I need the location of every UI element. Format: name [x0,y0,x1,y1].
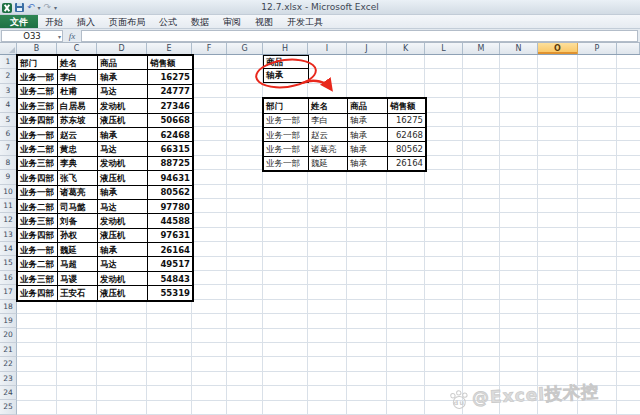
row-header-21[interactable]: 21 [0,343,17,357]
data-cell[interactable]: 50668 [148,113,193,127]
data-cell[interactable]: 黄忠 [58,142,98,156]
data-cell[interactable]: 62468 [148,127,193,141]
row-header-10[interactable]: 10 [0,185,17,199]
formula-input[interactable] [81,30,638,42]
row-header-23[interactable]: 23 [0,372,17,386]
data-cell[interactable]: 业务一部 [264,127,309,141]
row-header-7[interactable]: 7 [0,141,17,155]
data-cell[interactable]: 轴承 [348,127,388,141]
data-cell[interactable]: 业务四部 [18,171,58,185]
data-cell[interactable]: 业务二部 [18,142,58,156]
data-cell[interactable]: 马超 [58,257,98,271]
insert-function-icon[interactable]: fx [63,31,81,41]
header-cell[interactable]: 部门 [18,56,58,70]
row-header-4[interactable]: 4 [0,98,17,112]
column-header-O[interactable]: O [538,43,578,54]
data-cell[interactable]: 发动机 [98,99,148,113]
column-header-K[interactable]: K [387,43,425,54]
select-all-corner[interactable] [0,43,17,54]
row-header-22[interactable]: 22 [0,357,17,371]
data-cell[interactable]: 李白 [309,113,348,127]
name-box[interactable]: O33 ▾ [1,30,63,42]
column-header-partial[interactable] [617,43,640,54]
data-cell[interactable]: 轴承 [98,243,148,257]
data-cell[interactable]: 孙权 [58,228,98,242]
data-cell[interactable]: 轴承 [348,142,388,156]
header-cell[interactable]: 销售额 [388,99,426,113]
data-cell[interactable]: 业务一部 [18,70,58,84]
data-cell[interactable]: 54843 [148,271,193,285]
data-cell[interactable]: 97631 [148,228,193,242]
row-header-1[interactable]: 1 [0,55,17,69]
data-cell[interactable]: 张飞 [58,171,98,185]
row-header-20[interactable]: 20 [0,328,17,342]
data-cell[interactable]: 诸葛亮 [58,185,98,199]
source-data-table[interactable]: 部门姓名商品销售额业务一部李白轴承16275业务二部杜甫马达24777业务三部白… [17,55,193,301]
column-header-N[interactable]: N [500,43,538,54]
column-header-C[interactable]: C [57,43,97,54]
column-header-H[interactable]: H [263,43,308,54]
column-header-P[interactable]: P [578,43,617,54]
row-header-25[interactable]: 25 [0,400,17,414]
data-cell[interactable]: 业务二部 [18,199,58,213]
data-cell[interactable]: 轴承 [98,70,148,84]
data-cell[interactable]: 发动机 [98,214,148,228]
column-header-E[interactable]: E [147,43,192,54]
row-header-13[interactable]: 13 [0,228,17,242]
row-header-16[interactable]: 16 [0,271,17,285]
column-header-B[interactable]: B [17,43,57,54]
row-header-12[interactable]: 12 [0,213,17,227]
data-cell[interactable]: 26164 [388,156,426,170]
data-cell[interactable]: 诸葛亮 [309,142,348,156]
header-cell[interactable]: 销售额 [148,56,193,70]
row-header-3[interactable]: 3 [0,84,17,98]
data-cell[interactable]: 王安石 [58,286,98,300]
data-cell[interactable]: 李典 [58,156,98,170]
data-cell[interactable]: 赵云 [309,127,348,141]
data-cell[interactable]: 苏东坡 [58,113,98,127]
data-cell[interactable]: 马达 [98,199,148,213]
row-header-14[interactable]: 14 [0,242,17,256]
data-cell[interactable]: 16275 [388,113,426,127]
data-cell[interactable]: 49517 [148,257,193,271]
data-cell[interactable]: 液压机 [98,286,148,300]
tab-视图[interactable]: 视图 [248,15,280,28]
header-cell[interactable]: 商品 [348,99,388,113]
data-cell[interactable]: 魏延 [58,243,98,257]
data-cell[interactable]: 轴承 [348,113,388,127]
data-cell[interactable]: 发动机 [98,271,148,285]
sheet-grid[interactable]: 1234567891011121314151617181920212223242… [0,55,640,415]
tab-数据[interactable]: 数据 [184,15,216,28]
data-cell[interactable]: 16275 [148,70,193,84]
row-header-17[interactable]: 17 [0,285,17,299]
data-cell[interactable]: 马达 [98,142,148,156]
data-cell[interactable]: 马谡 [58,271,98,285]
data-cell[interactable]: 80562 [388,142,426,156]
data-cell[interactable]: 业务三部 [18,156,58,170]
row-header-8[interactable]: 8 [0,156,17,170]
tab-插入[interactable]: 插入 [70,15,102,28]
tab-页面布局[interactable]: 页面布局 [102,15,152,28]
header-cell[interactable]: 姓名 [309,99,348,113]
tab-审阅[interactable]: 审阅 [216,15,248,28]
data-cell[interactable]: 业务三部 [18,214,58,228]
data-cell[interactable]: 马达 [98,84,148,98]
column-header-F[interactable]: F [192,43,227,54]
data-cell[interactable]: 业务四部 [18,113,58,127]
name-box-dropdown-icon[interactable]: ▾ [58,34,61,40]
row-header-9[interactable]: 9 [0,170,17,184]
data-cell[interactable]: 白居易 [58,99,98,113]
data-cell[interactable]: 97780 [148,199,193,213]
data-cell[interactable]: 44588 [148,214,193,228]
data-cell[interactable]: 魏延 [309,156,348,170]
data-cell[interactable]: 业务三部 [18,99,58,113]
data-cell[interactable]: 80562 [148,185,193,199]
data-cell[interactable]: 轴承 [98,127,148,141]
cells-canvas[interactable]: 部门姓名商品销售额业务一部李白轴承16275业务二部杜甫马达24777业务三部白… [17,55,640,415]
data-cell[interactable]: 62468 [388,127,426,141]
data-cell[interactable]: 27346 [148,99,193,113]
data-cell[interactable]: 业务一部 [18,127,58,141]
data-cell[interactable]: 液压机 [98,113,148,127]
data-cell[interactable]: 业务一部 [18,185,58,199]
header-cell[interactable]: 商品 [98,56,148,70]
